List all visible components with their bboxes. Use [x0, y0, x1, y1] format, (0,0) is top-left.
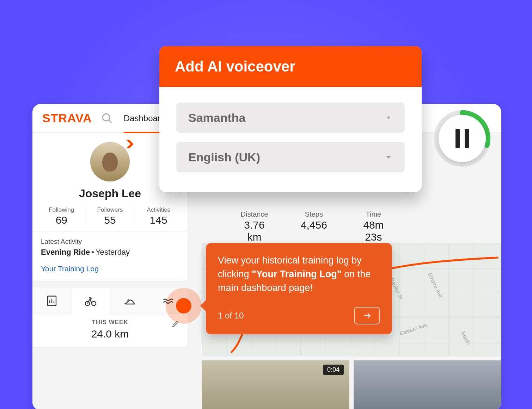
stat-time-label: Time [356, 210, 391, 218]
stat-distance: Distance 3.76 km [237, 210, 272, 243]
latest-activity[interactable]: Evening Ride•Yesterday [41, 248, 179, 257]
media-thumbnail[interactable] [354, 360, 501, 409]
stat-following-value: 69 [37, 214, 86, 226]
media-row: 0:04 [202, 360, 501, 409]
pause-icon [465, 129, 469, 148]
stat-distance-value: 3.76 km [237, 219, 272, 243]
tab-stats-icon[interactable] [32, 288, 71, 314]
this-week-label: THIS WEEK [41, 319, 179, 326]
nav-dashboard[interactable]: Dashboard [124, 105, 165, 133]
tour-tooltip: View your historical training log by cli… [206, 243, 392, 334]
latest-activity-time: Yesterday [96, 248, 130, 256]
stat-followers-value: 55 [86, 214, 134, 226]
stat-distance-label: Distance [237, 210, 272, 218]
voiceover-title: Add AI voiceover [175, 58, 406, 75]
stat-time: Time 48m 23s [356, 210, 391, 243]
stat-steps: Steps 4,456 [296, 210, 331, 243]
stat-time-value: 48m 23s [356, 219, 391, 243]
latest-activity-name: Evening Ride [41, 248, 90, 256]
svg-line-1 [109, 120, 112, 123]
language-select[interactable]: English (UK) [176, 142, 405, 172]
tab-cycling-icon[interactable] [71, 288, 111, 314]
brand-logo[interactable]: STRAVA [42, 111, 92, 125]
tour-next-button[interactable] [354, 307, 380, 324]
voice-select[interactable]: Samantha [176, 103, 405, 133]
latest-activity-label: Latest Activity [41, 238, 179, 246]
chevron-down-icon [384, 153, 393, 161]
training-log-link[interactable]: Your Training Log [32, 257, 188, 277]
media-duration: 0:04 [323, 365, 344, 375]
search-icon[interactable] [101, 112, 113, 124]
voice-select-value: Samantha [188, 111, 246, 125]
stat-activities[interactable]: Activities 145 [134, 206, 183, 226]
svg-point-0 [103, 114, 110, 121]
activity-stats: Distance 3.76 km Steps 4,456 Time 48m 23… [237, 210, 391, 243]
activity-type-tabs [32, 288, 188, 314]
voiceover-modal: Add AI voiceover Samantha English (UK) [159, 46, 422, 192]
stat-following-label: Following [37, 206, 86, 213]
tab-running-icon[interactable] [110, 288, 149, 314]
svg-point-7 [92, 302, 96, 306]
premium-badge-icon [124, 138, 137, 150]
weekly-card: THIS WEEK 24.0 km [32, 288, 188, 347]
pause-button[interactable] [439, 115, 486, 162]
chevron-down-icon [384, 113, 393, 122]
pause-icon [455, 129, 460, 148]
language-select-value: English (UK) [188, 150, 260, 164]
stat-followers-label: Followers [86, 206, 134, 213]
stat-activities-value: 145 [134, 214, 183, 226]
tour-step-indicator: 1 of 10 [218, 311, 244, 321]
voiceover-header: Add AI voiceover [159, 46, 422, 87]
stat-steps-value: 4,456 [296, 219, 331, 231]
playback-progress [434, 110, 491, 167]
tour-hotspot[interactable] [166, 288, 202, 324]
media-thumbnail[interactable]: 0:04 [202, 360, 349, 409]
stat-activities-label: Activities [134, 206, 183, 213]
stat-followers[interactable]: Followers 55 [86, 206, 134, 226]
tour-tooltip-text: View your historical training log by cli… [218, 254, 380, 295]
stat-following[interactable]: Following 69 [37, 206, 86, 226]
this-week-value: 24.0 km [41, 328, 179, 340]
stat-steps-label: Steps [296, 210, 331, 218]
